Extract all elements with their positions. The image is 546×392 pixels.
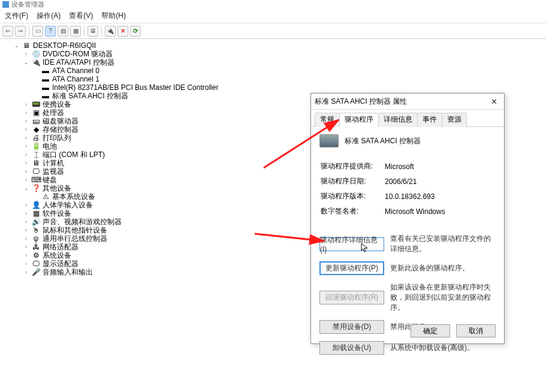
tree-item-mouse[interactable]: 鼠标和其他指针设备 [43, 226, 107, 234]
tree-item-printq[interactable]: 打印队列 [43, 134, 71, 142]
tree-item-sata[interactable]: 标准 SATA AHCI 控制器 [52, 92, 128, 100]
toolbar: ⇐ ⇒ ▭ ? ▤ ▦ 🖥 🔌 ✕ ⟳ [0, 23, 546, 39]
toolbar-computer-icon[interactable]: 🖥 [88, 26, 98, 37]
drive-icon: ▬ [41, 84, 50, 92]
cpu-icon: ▣ [32, 109, 40, 117]
driver-details-button[interactable]: 驱动程序详细信息(I) [319, 237, 384, 251]
app-icon [2, 1, 9, 8]
menu-action[interactable]: 操作(A) [33, 10, 64, 22]
drive-icon: ▬ [41, 92, 50, 100]
toggle-icon[interactable]: › [23, 218, 29, 226]
toggle-icon[interactable]: › [23, 176, 29, 184]
computer-icon: 🖥 [32, 159, 40, 167]
toggle-icon[interactable]: › [23, 108, 29, 117]
toggle-icon[interactable]: › [23, 251, 29, 260]
disable-device-button[interactable]: 禁用设备(D) [319, 320, 384, 334]
toggle-icon[interactable]: › [23, 134, 29, 142]
tree-item-intel[interactable]: Intel(R) 82371AB/EB PCI Bus Master IDE C… [52, 83, 218, 92]
tree-item-battery[interactable]: 电池 [43, 142, 57, 150]
tree-item-portable[interactable]: 便携设备 [43, 100, 71, 108]
toggle-icon[interactable]: › [23, 150, 29, 159]
tree-item-keyboard[interactable]: 键盘 [43, 176, 57, 184]
toggle-icon[interactable]: › [23, 167, 29, 176]
tree-item-software[interactable]: 软件设备 [43, 209, 71, 218]
tree-item-other[interactable]: 其他设备 [43, 184, 71, 192]
toggle-icon[interactable]: › [23, 234, 29, 243]
update-driver-desc: 更新此设备的驱动程序。 [390, 263, 496, 273]
tab-events[interactable]: 事件 [417, 113, 442, 127]
tab-general[interactable]: 常规 [315, 113, 340, 127]
toolbar-scan-icon[interactable]: 🔌 [105, 26, 116, 37]
menu-view[interactable]: 查看(V) [65, 10, 96, 22]
toggle-icon[interactable]: › [23, 142, 29, 150]
rollback-driver-button: 回退驱动程序(R) [319, 291, 384, 304]
tree-item-ata1[interactable]: ATA Channel 1 [52, 75, 99, 83]
toggle-icon[interactable]: ⌄ [13, 41, 20, 50]
tree-item-ata0[interactable]: ATA Channel 0 [52, 67, 99, 75]
tree-item-monitor[interactable]: 监视器 [43, 167, 64, 176]
tree-item-storage[interactable]: 存储控制器 [43, 125, 79, 134]
toggle-icon[interactable]: › [23, 125, 29, 134]
device-image-icon [319, 134, 339, 147]
tree-root[interactable]: DESKTOP-R6IGQII [33, 41, 96, 50]
value-provider: Microsoft [385, 159, 494, 173]
dialog-tabs: 常规 驱动程序 详细信息 事件 资源 [311, 110, 504, 127]
close-icon[interactable]: ✕ [487, 96, 500, 107]
network-icon: 🖧 [32, 243, 40, 251]
other-icon: ❓ [32, 185, 40, 192]
toolbar-help-icon[interactable]: ? [45, 26, 56, 37]
toggle-icon[interactable]: ⌄ [23, 184, 29, 192]
uninstall-device-button[interactable]: 卸载设备(U) [319, 341, 384, 355]
toggle-icon[interactable]: › [23, 117, 29, 125]
toolbar-view-icon[interactable]: ▭ [32, 26, 43, 37]
storage-icon: ◆ [32, 126, 40, 134]
toolbar-back-icon[interactable]: ⇐ [2, 26, 13, 37]
toggle-icon[interactable]: › [23, 209, 29, 218]
window-title-bar: 设备管理器 [0, 0, 546, 9]
audio-icon: 🎤 [32, 269, 40, 276]
toolbar-refresh-icon[interactable]: ⟳ [130, 26, 141, 37]
toggle-icon[interactable]: › [23, 268, 29, 276]
toggle-icon[interactable]: › [23, 159, 29, 167]
ok-button[interactable]: 确定 [411, 324, 450, 337]
toolbar-forward-icon[interactable]: ⇒ [15, 26, 26, 37]
tree-item-sysdev[interactable]: 系统设备 [43, 251, 71, 260]
toolbar-grid-icon[interactable]: ▦ [70, 26, 81, 37]
printer-icon: 🖨 [32, 134, 40, 142]
tree-item-computer[interactable]: 计算机 [43, 159, 64, 167]
rollback-driver-desc: 如果该设备在更新驱动程序时失败，则回退到以前安装的驱动程序。 [390, 282, 496, 313]
tree-item-sound[interactable]: 声音、视频和游戏控制器 [43, 218, 122, 226]
device-name: 标准 SATA AHCI 控制器 [345, 136, 421, 146]
menu-help[interactable]: 帮助(H) [98, 10, 129, 22]
tree-item-audio[interactable]: 音频输入和输出 [43, 268, 93, 276]
tree-item-usb[interactable]: 通用串行总线控制器 [43, 234, 107, 243]
tab-resources[interactable]: 资源 [442, 113, 467, 127]
tree-item-cpu[interactable]: 处理器 [43, 108, 64, 117]
tree-item-display[interactable]: 显示适配器 [43, 260, 79, 268]
update-driver-button[interactable]: 更新驱动程序(P) [319, 261, 384, 275]
menu-file[interactable]: 文件(F) [1, 10, 32, 22]
toggle-icon[interactable]: › [23, 243, 29, 251]
toggle-icon[interactable]: › [23, 100, 29, 108]
toolbar-prop-icon[interactable]: ▤ [58, 26, 68, 37]
cancel-button[interactable]: 取消 [456, 324, 496, 337]
mouse-icon: 🖱 [32, 227, 40, 234]
toggle-icon[interactable]: ⌄ [23, 58, 29, 67]
toolbar-remove-icon[interactable]: ✕ [117, 26, 128, 37]
toggle-icon[interactable]: › [23, 260, 29, 268]
toggle-icon[interactable]: › [23, 50, 29, 58]
dvd-icon: 💿 [32, 50, 40, 58]
tree-item-network[interactable]: 网络适配器 [43, 243, 79, 251]
tree-item-ide[interactable]: IDE ATA/ATAPI 控制器 [43, 58, 114, 67]
tree-item-hid[interactable]: 人体学输入设备 [43, 201, 93, 209]
toggle-icon[interactable]: › [23, 201, 29, 209]
tab-details[interactable]: 详细信息 [378, 113, 418, 127]
tab-driver[interactable]: 驱动程序 [339, 113, 379, 127]
uninstall-device-desc: 从系统中卸载设备(高级)。 [390, 343, 496, 353]
software-icon: ▦ [32, 210, 40, 218]
tree-item-dvd[interactable]: DVD/CD-ROM 驱动器 [43, 50, 113, 58]
tree-item-ports[interactable]: 端口 (COM 和 LPT) [43, 150, 105, 159]
toggle-icon[interactable]: › [23, 226, 29, 234]
tree-item-disk[interactable]: 磁盘驱动器 [43, 117, 79, 125]
tree-item-basesys[interactable]: 基本系统设备 [52, 192, 95, 201]
